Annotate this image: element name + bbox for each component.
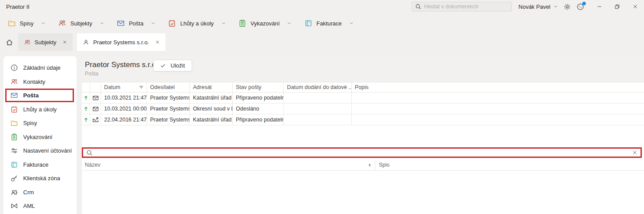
menu-lhuty-a-ukoly[interactable]: Lhůty a úkoly [168,19,226,28]
chevron-down-icon [349,21,354,25]
header-adresat[interactable]: Adresát [190,82,233,92]
filter-icon[interactable] [139,85,144,90]
search-icon [415,4,421,10]
cell-popis [352,114,644,125]
envelope-icon [117,19,125,28]
cell-popis [352,93,644,103]
main-menubar: Spisy Subjekty Pošta Lhůty a úkoly [0,13,644,33]
header-odesilatel[interactable]: Odesílatel [147,82,190,92]
chevron-down-icon [100,21,104,25]
gear-icon [564,3,571,11]
cell-datum: 10.03.2021 21:47 [101,93,147,103]
files-table-empty-body [82,171,644,214]
header-stav-posty[interactable]: Stav pošty [233,82,284,92]
main-panel: Praetor Systems s.r.o. Pošta Uložit Datu… [82,56,644,214]
chevron-down-icon [41,21,46,25]
sliders-icon [10,147,18,155]
cell-adresat: Okresní soud v Li [190,103,233,114]
clipboard-icon [10,133,18,141]
header-datum[interactable]: Datum [101,82,147,92]
tab-close-icon[interactable] [63,40,67,44]
document-search-box[interactable] [412,2,512,11]
restore-icon [614,4,620,10]
header-spis[interactable]: Spis [375,160,644,170]
files-search-input[interactable] [95,150,630,156]
sidebar-item-klientska-zona[interactable]: Klientská zóna [4,171,77,185]
close-icon [633,4,638,9]
files-search-box[interactable] [82,147,642,158]
header-datum-dodani[interactable]: Datum dodání do datové ... [284,82,352,92]
mail-table-row[interactable]: 10.03.2021 00:00 Praetor Systems s Okres… [82,103,644,114]
menu-lhuty-label: Lhůty a úkoly [180,20,214,27]
mail-table-header: Datum Odesílatel Adresát Stav pošty Datu… [82,82,644,93]
envelope-icon [10,92,18,100]
header-nazev[interactable]: Název [82,160,375,170]
sidebar-item-fakturace[interactable]: Fakturace [4,158,77,172]
cell-datum: 10.03.2021 00:00 [101,103,147,114]
window-controls [590,0,644,13]
chevron-down-icon [287,21,291,25]
header-type-column [90,82,101,92]
cell-stav-posty: Připraveno podateln [233,93,284,103]
menu-posta[interactable]: Pošta [117,19,155,28]
clipboard-icon [238,19,247,28]
menu-spisy-label: Spisy [20,20,34,27]
mail-table-row[interactable]: 10.03.2021 21:47 Praetor Systems s Katas… [82,93,644,103]
sidebar-item-nastaveni-uctovani[interactable]: Nastavení účtování [4,144,77,158]
mail-table-row[interactable]: 22.04.2016 21:47 Praetor Systems s Katas… [82,114,644,125]
menu-spisy[interactable]: Spisy [7,19,46,28]
menu-posta-label: Pošta [129,20,144,27]
clear-search-icon[interactable] [632,150,637,155]
key-icon [10,175,18,182]
home-icon [6,39,13,46]
check-icon [160,63,166,68]
header-popis[interactable]: Popis [352,82,644,92]
user-name: Novák Pavel [518,4,550,10]
subject-header: Praetor Systems s.r.o. Pošta Uložit [82,56,644,82]
settings-button[interactable] [564,3,571,11]
cell-stav-posty: Připraveno podateln [233,114,284,125]
document-search-input[interactable] [424,4,508,10]
tab-praetor-systems[interactable]: Praetor Systems s.r.o. [77,33,165,51]
sidebar-item-spisy[interactable]: Spisy [4,116,77,130]
menu-vykazovani[interactable]: Vykazování [238,19,292,28]
sidebar-item-aml[interactable]: AML [4,199,77,213]
cell-adresat: Katastrální úřad p [190,93,233,103]
envelope-sent-icon [92,117,99,123]
subject-sidebar: Základní údaje Kontakty Pošta Lhůty a úk… [4,56,77,214]
cell-popis [352,103,644,114]
sidebar-item-kontakty[interactable]: Kontakty [4,75,77,89]
save-button[interactable]: Uložit [153,60,192,71]
outgoing-arrow-icon [83,117,89,123]
close-button[interactable] [626,0,644,13]
sidebar-item-crm[interactable]: Crm [4,185,77,200]
user-menu[interactable]: Novák Pavel [518,4,558,10]
menu-fakturace-label: Fakturace [316,20,342,27]
header-direction-column [82,82,90,92]
envelope-icon [92,95,99,101]
minimize-icon [597,4,602,9]
tab-close-icon[interactable] [155,40,160,44]
tab-subjekty[interactable]: Subjekty [18,33,73,51]
files-table-header: Název Spis [82,160,644,171]
search-icon [86,150,93,156]
people-icon [10,78,18,86]
invoice-icon [304,19,312,28]
minimize-button[interactable] [590,0,608,13]
sidebar-item-posta[interactable]: Pošta [4,89,77,103]
chevron-down-icon [221,21,226,25]
home-tab-button[interactable] [0,33,18,51]
menu-subjekty[interactable]: Subjekty [58,19,104,28]
sidebar-item-vykazovani[interactable]: Vykazování [4,130,77,144]
menu-fakturace[interactable]: Fakturace [304,19,354,28]
content-area: Základní údaje Kontakty Pošta Lhůty a úk… [0,51,644,214]
assistant-button[interactable] [577,3,584,11]
folder-icon [7,19,16,28]
restore-button[interactable] [608,0,626,13]
sidebar-item-zakladni-udaje[interactable]: Základní údaje [4,61,77,75]
sort-ascending-icon[interactable] [367,162,372,168]
people-icon [58,19,66,28]
menu-vykazovani-label: Vykazování [251,20,280,27]
sidebar-item-lhuty-a-ukoly[interactable]: Lhůty a úkoly [4,103,77,117]
outgoing-arrow-icon [83,106,89,112]
